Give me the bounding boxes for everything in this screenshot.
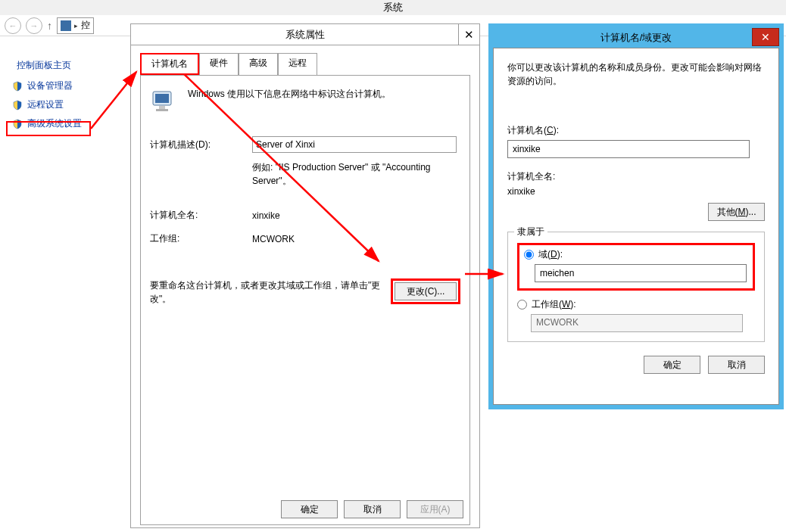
annotation-box-domain: 域(D): xyxy=(517,243,755,291)
tabs-row: 计算机名 硬件 高级 远程 xyxy=(131,45,479,75)
system-properties-dialog: 系统属性 ✕ 计算机名 硬件 高级 远程 Windows 使用以下信息在网络中标… xyxy=(130,23,480,528)
domain-radio[interactable] xyxy=(524,250,534,260)
sidebar-item-label: 远程设置 xyxy=(27,98,64,111)
cancel-button[interactable]: 取消 xyxy=(708,356,765,374)
workgroup-radio[interactable] xyxy=(517,300,527,310)
other-button[interactable]: 其他(M)... xyxy=(708,203,765,221)
cancel-button[interactable]: 取消 xyxy=(344,500,401,518)
dialog-titlebar: 系统属性 ✕ xyxy=(131,24,479,45)
up-button[interactable]: ↑ xyxy=(47,20,52,32)
domain-label: 域(D): xyxy=(538,248,563,261)
forward-button[interactable]: → xyxy=(26,17,42,34)
computer-name-domain-dialog: 计算机名/域更改 ✕ 你可以更改该计算机的名称和成员身份。更改可能会影响对网络资… xyxy=(488,23,784,409)
dialog-title: 系统属性 xyxy=(285,28,325,42)
shield-icon xyxy=(12,81,23,92)
computer-name-input[interactable] xyxy=(507,140,750,158)
dialog2-panel: 你可以更改该计算机的名称和成员身份。更改可能会影响对网络资源的访问。 计算机名(… xyxy=(493,48,779,405)
control-panel-icon xyxy=(61,20,71,31)
address-bar[interactable]: ▸ 控 xyxy=(57,17,94,34)
dialog-button-row: 确定 取消 应用(A) xyxy=(281,500,463,518)
fullname-label: 计算机全名: xyxy=(507,170,765,183)
computer-icon xyxy=(150,88,177,115)
dialog2-title: 计算机名/域更改 xyxy=(600,31,672,45)
svg-rect-1 xyxy=(155,94,169,103)
breadcrumb-arrow-icon: ▸ xyxy=(74,22,78,30)
svg-rect-3 xyxy=(156,109,168,111)
control-panel-heading: 控制面板主页 xyxy=(17,59,121,72)
system-title: 系统 xyxy=(383,2,403,13)
domain-input[interactable] xyxy=(535,264,747,282)
group-legend: 隶属于 xyxy=(514,226,547,238)
close-button[interactable]: ✕ xyxy=(752,28,779,46)
dialog2-button-row: 确定 取消 xyxy=(507,356,765,374)
ok-button[interactable]: 确定 xyxy=(281,500,338,518)
system-title-bar: 系统 xyxy=(0,0,786,15)
annotation-box-change: 更改(C)... xyxy=(391,278,460,304)
member-of-group: 隶属于 域(D): 工作组(W): MCWORK xyxy=(507,232,765,342)
sidebar-item-remote-settings[interactable]: 远程设置 xyxy=(12,98,121,111)
shield-icon xyxy=(12,100,23,110)
breadcrumb-text: 控 xyxy=(81,19,90,32)
tab-content: Windows 使用以下信息在网络中标识这台计算机。 计算机描述(D): 例如:… xyxy=(140,75,470,525)
close-button[interactable]: ✕ xyxy=(458,24,479,45)
sidebar-item-device-manager[interactable]: 设备管理器 xyxy=(12,79,121,92)
tab-advanced[interactable]: 高级 xyxy=(239,53,278,75)
computer-description-input[interactable] xyxy=(252,136,457,153)
intro-text: Windows 使用以下信息在网络中标识这台计算机。 xyxy=(188,88,391,101)
workgroup-label: 工作组(W): xyxy=(532,298,576,311)
workgroup-input-disabled: MCWORK xyxy=(531,314,743,332)
tab-hardware[interactable]: 硬件 xyxy=(199,53,239,75)
dialog2-titlebar: 计算机名/域更改 ✕ xyxy=(493,28,779,48)
workgroup-value: MCWORK xyxy=(252,234,295,244)
desc-example-text: 例如: "IIS Production Server" 或 "Accountin… xyxy=(252,160,464,188)
back-button[interactable]: ← xyxy=(5,17,21,34)
fullname-value: xinxike xyxy=(252,210,280,221)
rename-instruction: 要重命名这台计算机，或者更改其域或工作组，请单击"更改"。 xyxy=(150,278,383,306)
fullname-value: xinxike xyxy=(507,186,765,197)
computer-name-label: 计算机名(C): xyxy=(507,124,765,137)
apply-button[interactable]: 应用(A) xyxy=(407,500,463,518)
fullname-label: 计算机全名: xyxy=(150,209,252,222)
tab-computer-name[interactable]: 计算机名 xyxy=(140,53,199,75)
change-button[interactable]: 更改(C)... xyxy=(395,282,457,300)
workgroup-label: 工作组: xyxy=(150,232,252,245)
dialog2-intro: 你可以更改该计算机的名称和成员身份。更改可能会影响对网络资源的访问。 xyxy=(507,61,765,88)
ok-button[interactable]: 确定 xyxy=(644,356,700,374)
svg-rect-2 xyxy=(159,106,165,109)
sidebar-item-label: 设备管理器 xyxy=(27,79,73,92)
desc-label: 计算机描述(D): xyxy=(150,138,252,151)
tab-remote[interactable]: 远程 xyxy=(278,53,317,75)
annotation-box-advanced xyxy=(6,121,91,136)
